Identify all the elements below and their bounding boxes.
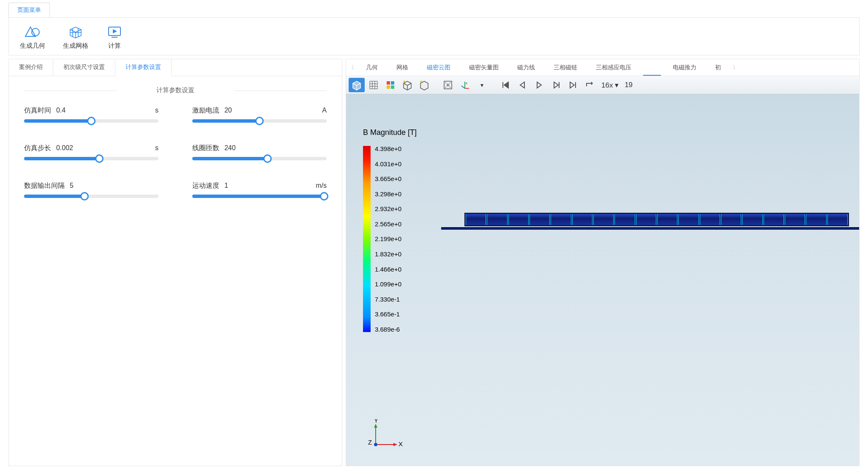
fit-view-icon[interactable] (440, 78, 456, 92)
axis-z-label: Z (368, 439, 372, 446)
svg-marker-24 (570, 82, 574, 88)
compute-label: 计算 (108, 42, 121, 50)
slider-speed[interactable] (192, 195, 327, 198)
tab-case-intro[interactable]: 案例介绍 (9, 59, 53, 76)
tab-flux-lines[interactable]: 磁力线 (508, 60, 544, 76)
panel-title: 计算参数设置 (24, 86, 327, 94)
view-colored-boxes-icon[interactable] (382, 78, 399, 92)
svg-point-30 (374, 443, 377, 446)
legend-value: 2.565e+0 (375, 220, 401, 228)
tab-flux-density[interactable]: 磁密云图 (418, 60, 460, 76)
param-sim-step-value: 0.002 (56, 144, 73, 151)
axes-toggle-icon[interactable]: z (457, 78, 473, 92)
playback-first-icon[interactable] (497, 78, 513, 92)
tab-dim-settings[interactable]: 初次级尺寸设置 (53, 59, 115, 76)
page-menu-bar: 生成几何 生成网格 (8, 17, 860, 55)
tab-separator-active (643, 59, 661, 76)
viz-title: B Magnitude [T] (363, 128, 417, 137)
viz-toolbar: z ▾ (346, 76, 859, 94)
tab-three-phase-emf[interactable]: 三相感应电压 (587, 60, 641, 76)
legend-labels: 4.398e+0 4.031e+0 3.665e+0 3.298e+0 2.93… (375, 145, 401, 333)
right-tabs: 〈 几何 网格 磁密云图 磁密矢量图 磁力线 三相磁链 三相感应电压 电磁推力 … (346, 59, 859, 76)
slider-sim-step[interactable] (24, 157, 158, 160)
svg-line-15 (461, 86, 465, 88)
svg-point-11 (420, 81, 423, 83)
generate-geometry-button[interactable]: 生成几何 (19, 22, 46, 52)
playback-last-icon[interactable] (565, 78, 581, 92)
axis-y-label: Y (374, 419, 378, 424)
legend-colorbar (363, 146, 371, 332)
svg-point-10 (404, 81, 406, 83)
svg-rect-6 (387, 81, 390, 85)
svg-text:z: z (466, 81, 467, 85)
param-sim-time: 仿真时间 0.4 s (24, 106, 158, 123)
chevron-down-icon[interactable]: ▾ (474, 78, 490, 92)
legend-value: 3.665e-1 (375, 310, 401, 318)
legend-value: 2.199e+0 (375, 235, 401, 242)
param-speed-unit: m/s (316, 182, 327, 189)
playback-frame: 19 (622, 81, 635, 89)
tab-mesh[interactable]: 网格 (387, 60, 418, 76)
tabs-prev-icon[interactable]: 〈 (346, 60, 357, 76)
playback-loop-icon[interactable] (582, 78, 598, 92)
param-exc-current-unit: A (322, 107, 327, 114)
param-output-interval-label: 数据输出间隔 (24, 182, 65, 189)
param-output-interval: 数据输出间隔 5 (24, 181, 158, 198)
color-legend: 4.398e+0 4.031e+0 3.665e+0 3.298e+0 2.93… (363, 145, 401, 333)
slider-coil-turns[interactable] (192, 157, 327, 160)
slider-sim-time[interactable] (24, 119, 158, 123)
axis-x-label: X (399, 440, 403, 448)
svg-marker-19 (504, 82, 508, 88)
tab-calc-params[interactable]: 计算参数设置 (115, 59, 172, 76)
left-tabs: 案例介绍 初次级尺寸设置 计算参数设置 (9, 59, 342, 76)
view-transparent-icon[interactable] (416, 78, 432, 92)
legend-value: 7.330e-1 (375, 296, 401, 303)
mesh-icon (67, 23, 84, 40)
view-solid-icon[interactable] (349, 78, 365, 92)
view-wireframe-icon[interactable] (399, 78, 415, 92)
view-grid-icon[interactable] (366, 78, 382, 92)
left-panel: 案例介绍 初次级尺寸设置 计算参数设置 计算参数设置 仿真时间 0.4 s (8, 59, 342, 466)
playback-prev-icon[interactable] (514, 78, 530, 92)
param-speed-label: 运动速度 (192, 182, 219, 189)
slider-exc-current[interactable] (192, 119, 327, 123)
svg-rect-7 (391, 81, 394, 85)
axis-triad-icon: X Y Z (367, 419, 405, 453)
svg-marker-3 (113, 29, 117, 33)
tab-flux-vector[interactable]: 磁密矢量图 (460, 60, 508, 76)
tab-three-phase-flux[interactable]: 三相磁链 (544, 60, 587, 76)
tabs-next-icon[interactable]: 〉 (730, 60, 741, 76)
param-coil-turns-label: 线圈匝数 (192, 144, 219, 151)
generate-mesh-label: 生成网格 (63, 42, 88, 50)
param-speed: 运动速度 1 m/s (192, 181, 327, 198)
playback-next-icon[interactable] (548, 78, 564, 92)
svg-rect-9 (391, 85, 394, 89)
param-exc-current-value: 20 (224, 107, 232, 114)
param-sim-time-value: 0.4 (56, 107, 66, 114)
compute-button[interactable]: 计算 (105, 22, 124, 52)
svg-marker-29 (374, 424, 377, 428)
tab-more[interactable]: 初 (706, 60, 730, 76)
generate-mesh-button[interactable]: 生成网格 (62, 22, 89, 52)
playback-play-icon[interactable] (531, 78, 547, 92)
param-exc-current-label: 激励电流 (192, 107, 219, 114)
param-sim-step-label: 仿真步长 (24, 144, 51, 151)
slider-output-interval[interactable] (24, 195, 158, 198)
param-coil-turns-value: 240 (224, 144, 236, 151)
legend-value: 1.466e+0 (375, 266, 401, 273)
param-sim-step: 仿真步长 0.002 s (24, 144, 158, 160)
right-panel: 〈 几何 网格 磁密云图 磁密矢量图 磁力线 三相磁链 三相感应电压 电磁推力 … (346, 59, 860, 466)
param-speed-value: 1 (224, 182, 228, 189)
viz-canvas[interactable]: B Magnitude [T] 4.398e+0 4.031e+0 3.665e… (346, 94, 859, 466)
tab-em-thrust[interactable]: 电磁推力 (663, 60, 706, 76)
page-menu-tab[interactable]: 页面菜单 (8, 3, 50, 17)
param-sim-time-label: 仿真时间 (24, 107, 51, 114)
legend-value: 3.298e+0 (375, 190, 401, 198)
legend-value: 3.689e-6 (375, 326, 401, 333)
legend-value: 4.398e+0 (375, 145, 401, 152)
playback-speed[interactable]: 16x ▾ (599, 81, 621, 90)
legend-value: 1.832e+0 (375, 250, 401, 258)
tab-geometry[interactable]: 几何 (357, 60, 387, 76)
svg-marker-27 (393, 443, 397, 446)
simulation-model (464, 213, 849, 230)
